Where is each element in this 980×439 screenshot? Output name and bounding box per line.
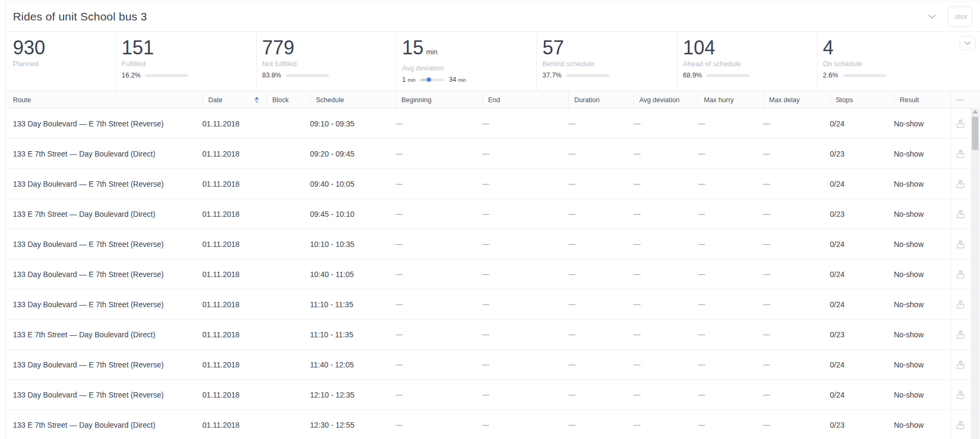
cell-beginning: — — [396, 180, 482, 188]
cell-beginning: — — [396, 421, 482, 429]
show-on-map-button[interactable] — [950, 320, 970, 349]
show-on-map-button[interactable] — [950, 169, 970, 199]
table-scrollbar[interactable] — [971, 108, 979, 439]
scrollbar-thumb[interactable] — [972, 117, 978, 150]
cell-stops: 0/24 — [830, 270, 894, 279]
cell-max-hurry: — — [698, 300, 763, 308]
cell-stops: 0/24 — [830, 300, 894, 309]
column-settings-button[interactable]: ••• — [950, 91, 970, 108]
cell-route: 133 Day Boulevard — E 7th Street (Revers… — [13, 180, 202, 188]
table-row[interactable]: 133 E 7th Street — Day Boulevard (Direct… — [6, 139, 980, 169]
column-header-result[interactable]: Result — [894, 91, 950, 108]
scroll-up-arrow-icon[interactable] — [972, 110, 978, 114]
cell-beginning: — — [396, 360, 482, 369]
map-pin-icon — [955, 239, 966, 250]
cell-schedule: 09:40 - 10:05 — [310, 180, 396, 188]
map-pin-icon — [955, 359, 966, 370]
column-header-date[interactable]: Date — [202, 91, 266, 108]
cell-avg-deviation: — — [633, 150, 698, 158]
cell-end: — — [482, 300, 568, 308]
column-header-schedule[interactable]: Schedule — [310, 91, 396, 108]
cell-stops: 0/23 — [830, 210, 894, 218]
cell-max-hurry: — — [698, 180, 763, 188]
cell-max-hurry: — — [698, 240, 763, 248]
cell-duration: — — [568, 270, 633, 278]
show-on-map-button[interactable] — [950, 109, 970, 138]
cell-beginning: — — [396, 119, 482, 128]
cell-avg-deviation: — — [633, 270, 698, 278]
cell-beginning: — — [396, 150, 482, 158]
show-on-map-button[interactable] — [950, 199, 970, 229]
show-on-map-button[interactable] — [950, 289, 970, 319]
cell-duration: — — [568, 421, 633, 429]
cell-avg-deviation: — — [633, 391, 698, 399]
column-header-beginning[interactable]: Beginning — [396, 91, 482, 108]
cell-end: — — [482, 210, 568, 218]
column-header-stops[interactable]: Stops — [830, 91, 894, 108]
cell-avg-deviation: — — [633, 300, 698, 308]
show-on-map-button[interactable] — [950, 380, 970, 409]
column-header-end[interactable]: End — [482, 91, 568, 108]
show-on-map-button[interactable] — [950, 350, 970, 379]
column-header-duration[interactable]: Duration — [568, 91, 633, 108]
cell-duration: — — [568, 119, 633, 128]
planned-label: Planned — [13, 60, 111, 68]
cell-result: No-show — [894, 270, 950, 279]
cell-stops: 0/24 — [830, 240, 894, 249]
show-on-map-button[interactable] — [950, 139, 970, 168]
table-row[interactable]: 133 E 7th Street — Day Boulevard (Direct… — [6, 410, 980, 439]
show-on-map-button[interactable] — [950, 229, 970, 259]
table-row[interactable]: 133 Day Boulevard — E 7th Street (Revers… — [6, 289, 980, 320]
table-row[interactable]: 133 Day Boulevard — E 7th Street (Revers… — [6, 259, 980, 289]
not-fulfilled-progress-bar — [286, 74, 329, 77]
cell-date: 01.11.2018 — [202, 150, 266, 158]
cell-max-delay: — — [763, 330, 830, 338]
cell-route: 133 Day Boulevard — E 7th Street (Revers… — [13, 270, 202, 279]
cell-max-delay: — — [763, 270, 830, 278]
cell-avg-deviation: — — [633, 180, 698, 188]
cell-duration: — — [568, 330, 633, 338]
cell-route: 133 Day Boulevard — E 7th Street (Revers… — [13, 300, 202, 309]
table-header-row: Route Date Block Schedule Beginning End … — [6, 91, 980, 109]
column-header-block[interactable]: Block — [266, 91, 310, 108]
cell-avg-deviation: — — [633, 330, 698, 338]
export-xlsx-button[interactable]: .xlsx — [948, 6, 972, 27]
cell-max-delay: — — [763, 180, 830, 188]
table-row[interactable]: 133 Day Boulevard — E 7th Street (Revers… — [6, 169, 980, 199]
cell-max-hurry: — — [698, 330, 763, 338]
cell-schedule: 10:40 - 11:05 — [310, 270, 396, 279]
stat-fulfilled: 151 Fulfilled 16.2% — [116, 32, 256, 91]
column-header-route[interactable]: Route — [13, 91, 202, 108]
cell-duration: — — [568, 360, 633, 369]
show-on-map-button[interactable] — [950, 410, 970, 439]
behind-schedule-label: Behind schedule — [542, 60, 673, 68]
cell-route: 133 E 7th Street — Day Boulevard (Direct… — [13, 421, 202, 429]
show-on-map-button[interactable] — [950, 259, 970, 289]
panel-collapse-button[interactable] — [926, 11, 938, 23]
table-row[interactable]: 133 Day Boulevard — E 7th Street (Revers… — [6, 109, 980, 139]
column-header-max-delay[interactable]: Max delay — [763, 91, 830, 108]
column-header-avg-deviation[interactable]: Avg deviation — [633, 91, 698, 108]
table-row[interactable]: 133 E 7th Street — Day Boulevard (Direct… — [6, 320, 980, 350]
cell-route: 133 E 7th Street — Day Boulevard (Direct… — [13, 330, 202, 339]
table-row[interactable]: 133 Day Boulevard — E 7th Street (Revers… — [6, 229, 980, 259]
cell-date: 01.11.2018 — [202, 330, 266, 339]
not-fulfilled-label: Not fulfilled — [262, 60, 392, 68]
sort-toggle-icon[interactable] — [255, 97, 259, 103]
cell-end: — — [482, 119, 568, 128]
cell-stops: 0/23 — [830, 421, 894, 429]
ahead-of-schedule-label: Ahead of schedule — [683, 60, 813, 68]
on-schedule-label: On schedule — [823, 60, 976, 68]
map-pin-icon — [955, 209, 966, 220]
column-header-max-hurry[interactable]: Max hurry — [698, 91, 763, 108]
cell-result: No-show — [894, 180, 950, 188]
cell-avg-deviation: — — [633, 210, 698, 218]
table-row[interactable]: 133 Day Boulevard — E 7th Street (Revers… — [6, 350, 980, 380]
cell-date: 01.11.2018 — [202, 270, 266, 279]
table-row[interactable]: 133 Day Boulevard — E 7th Street (Revers… — [6, 380, 980, 410]
stats-collapse-button[interactable] — [960, 36, 976, 50]
table-row[interactable]: 133 E 7th Street — Day Boulevard (Direct… — [6, 199, 980, 229]
cell-date: 01.11.2018 — [202, 180, 266, 188]
cell-schedule: 12:10 - 12:35 — [310, 391, 396, 399]
deviation-min-value: 1 — [402, 76, 406, 83]
